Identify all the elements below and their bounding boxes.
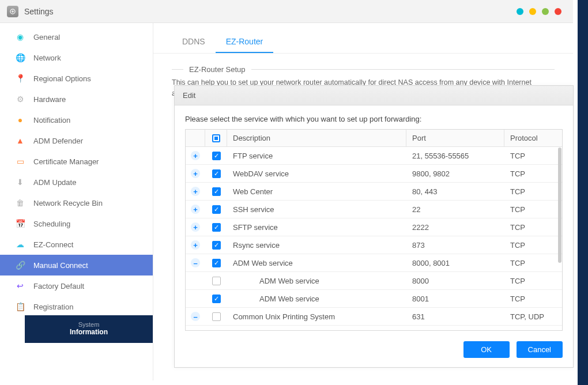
sidebar-item-manual-connect[interactable]: 🔗Manual Connect bbox=[0, 255, 153, 275]
row-description: Common Unix Printing System bbox=[227, 308, 406, 325]
row-protocol: TCP bbox=[504, 165, 562, 182]
row-checkbox[interactable] bbox=[212, 223, 221, 232]
sidebar-item-label: Network bbox=[33, 54, 61, 62]
collapse-icon[interactable]: – bbox=[191, 258, 200, 267]
table-row[interactable]: +FTP service21, 55536-55565TCP bbox=[186, 147, 562, 165]
background-stripe bbox=[578, 0, 588, 385]
minimize-dot[interactable] bbox=[517, 8, 523, 15]
close-dot[interactable] bbox=[555, 8, 561, 15]
tab-ddns[interactable]: DDNS bbox=[172, 31, 216, 53]
row-checkbox[interactable] bbox=[212, 259, 221, 267]
row-description: WebDAV service bbox=[227, 165, 406, 182]
row-description: Rsync service bbox=[227, 237, 406, 254]
expand-icon[interactable]: + bbox=[191, 240, 200, 250]
table-row[interactable]: +WebDAV service9800, 9802TCP bbox=[186, 165, 562, 183]
expand-icon[interactable]: + bbox=[191, 169, 200, 178]
table-row[interactable]: +SFTP service2222TCP bbox=[186, 218, 562, 236]
row-description: ADM Web service bbox=[227, 290, 406, 307]
help-dot[interactable] bbox=[529, 8, 536, 15]
sidebar-item-ezconnect[interactable]: ☁EZ-Connect bbox=[0, 234, 153, 255]
titlebar: Settings bbox=[0, 0, 573, 23]
tab-ezrouter[interactable]: EZ-Router bbox=[216, 31, 274, 53]
collapse-icon[interactable]: – bbox=[191, 312, 200, 321]
cancel-button[interactable]: Cancel bbox=[517, 341, 563, 358]
notification-icon: ● bbox=[15, 115, 25, 125]
sidebar-item-factory[interactable]: ↩Factory Default bbox=[0, 275, 153, 296]
row-checkbox[interactable] bbox=[212, 169, 221, 178]
sidebar-item-label: ADM Update bbox=[33, 178, 76, 187]
section-title: EZ-Router Setup bbox=[172, 65, 555, 74]
row-checkbox[interactable] bbox=[212, 241, 221, 250]
row-port: 8001 bbox=[406, 290, 504, 307]
sidebar-item-label: Registration bbox=[33, 303, 73, 311]
calendar-icon: 📅 bbox=[15, 218, 25, 229]
sidebar-item-defender[interactable]: ▲ADM Defender bbox=[0, 130, 153, 151]
row-port: 8000 bbox=[406, 273, 504, 289]
table-body[interactable]: +FTP service21, 55536-55565TCP+WebDAV se… bbox=[186, 147, 562, 330]
settings-app-icon bbox=[7, 6, 18, 17]
expand-icon[interactable]: + bbox=[191, 187, 200, 196]
tile-line1: System bbox=[78, 321, 100, 328]
sidebar-item-hardware[interactable]: ⚙Hardware bbox=[0, 89, 153, 110]
row-checkbox[interactable] bbox=[212, 205, 221, 214]
sidebar-item-update[interactable]: ⬇ADM Update bbox=[0, 172, 153, 192]
ok-button[interactable]: OK bbox=[463, 341, 510, 358]
sidebar-item-scheduling[interactable]: 📅Scheduling bbox=[0, 213, 153, 234]
link-icon: 🔗 bbox=[15, 260, 25, 270]
sidebar-item-network[interactable]: 🌐Network bbox=[0, 47, 153, 68]
expand-icon[interactable]: + bbox=[191, 151, 200, 160]
row-protocol: TCP bbox=[504, 237, 562, 254]
sidebar-item-label: ADM Defender bbox=[33, 137, 83, 145]
expand-icon[interactable]: + bbox=[191, 222, 200, 232]
select-all-checkbox[interactable] bbox=[212, 134, 220, 142]
region-icon: 📍 bbox=[15, 73, 25, 84]
col-header-port[interactable]: Port bbox=[406, 130, 504, 146]
row-protocol: TCP bbox=[504, 183, 562, 200]
table-row[interactable]: +Rsync service873TCP bbox=[186, 236, 562, 254]
sidebar-item-label: Certificate Manager bbox=[33, 157, 99, 166]
row-description: Web Center bbox=[227, 183, 406, 200]
clipboard-icon: 📋 bbox=[15, 301, 25, 312]
sidebar-item-label: Regional Options bbox=[33, 74, 91, 83]
recycle-icon: 🗑 bbox=[15, 198, 25, 208]
row-checkbox[interactable] bbox=[212, 295, 221, 303]
row-description: SFTP service bbox=[227, 219, 406, 236]
svg-point-0 bbox=[10, 9, 15, 13]
row-checkbox[interactable] bbox=[212, 187, 221, 196]
row-port: 80, 443 bbox=[406, 183, 504, 200]
table-row[interactable]: ADM Web service8001TCP bbox=[186, 290, 562, 308]
system-info-tile[interactable]: System Information bbox=[25, 315, 153, 343]
cloud-icon: ☁ bbox=[15, 239, 25, 250]
sidebar-item-recycle[interactable]: 🗑Network Recycle Bin bbox=[0, 192, 153, 213]
row-protocol: TCP bbox=[504, 201, 562, 218]
row-description: SSH service bbox=[227, 201, 406, 218]
sidebar-item-certificate[interactable]: ▭Certificate Manager bbox=[0, 151, 153, 172]
sidebar-item-notification[interactable]: ●Notification bbox=[0, 110, 153, 130]
sidebar-item-general[interactable]: ◉General bbox=[0, 27, 153, 47]
table-row[interactable]: +SSH service22TCP bbox=[186, 201, 562, 218]
sidebar-item-regional[interactable]: 📍Regional Options bbox=[0, 68, 153, 89]
table-row[interactable]: –Common Unix Printing System631TCP, UDP bbox=[186, 308, 562, 326]
edit-modal: Edit Please select the service with whic… bbox=[174, 85, 574, 368]
row-checkbox[interactable] bbox=[212, 277, 221, 285]
table-row[interactable]: –ADM Web service8000, 8001TCP bbox=[186, 254, 562, 272]
defender-icon: ▲ bbox=[15, 135, 25, 146]
expand-icon[interactable]: + bbox=[191, 205, 200, 214]
scrollbar[interactable] bbox=[558, 148, 561, 263]
row-checkbox[interactable] bbox=[212, 152, 221, 160]
sidebar-item-label: Factory Default bbox=[33, 282, 84, 290]
row-description: ADM Web service bbox=[227, 255, 406, 271]
row-port: 9800, 9802 bbox=[406, 165, 504, 182]
table-row[interactable]: +Web Center80, 443TCP bbox=[186, 183, 562, 201]
col-header-protocol[interactable]: Protocol bbox=[504, 130, 562, 146]
table-row[interactable]: ADM Web service8000TCP bbox=[186, 272, 562, 290]
maximize-dot[interactable] bbox=[542, 8, 549, 15]
sidebar-item-registration[interactable]: 📋Registration bbox=[0, 296, 153, 317]
hardware-icon: ⚙ bbox=[15, 94, 25, 104]
globe-icon: 🌐 bbox=[15, 52, 25, 63]
sidebar-item-label: EZ-Connect bbox=[33, 240, 73, 249]
row-port: 873 bbox=[406, 237, 504, 254]
certificate-icon: ▭ bbox=[15, 156, 25, 167]
row-checkbox[interactable] bbox=[212, 312, 221, 321]
col-header-description[interactable]: Description bbox=[227, 130, 406, 146]
